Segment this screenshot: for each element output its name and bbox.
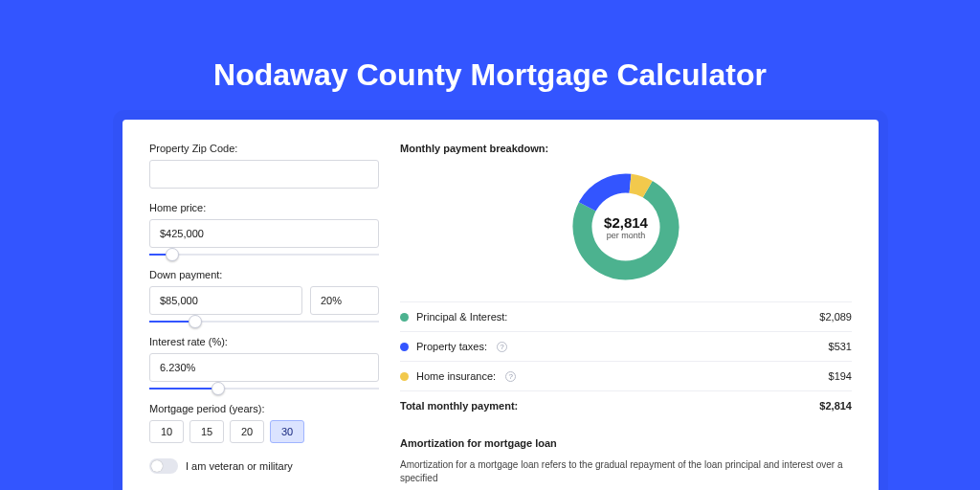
period-30-button[interactable]: 30: [270, 420, 304, 443]
amortization-body: Amortization for a mortgage loan refers …: [400, 458, 852, 485]
home-price-label: Home price:: [149, 202, 379, 213]
veteran-toggle[interactable]: [149, 458, 178, 474]
legend: Principal & Interest: $2,089 Property ta…: [400, 301, 852, 420]
amortization-title: Amortization for mortgage loan: [400, 437, 852, 449]
zip-label: Property Zip Code:: [149, 143, 379, 154]
zip-input[interactable]: [149, 160, 379, 189]
legend-row-total: Total monthly payment: $2,814: [400, 391, 852, 420]
calculator-card: Property Zip Code: Home price: Down paym…: [122, 120, 879, 490]
legend-row-tax: Property taxes: ? $531: [400, 332, 852, 362]
slider-thumb[interactable]: [166, 248, 179, 261]
interest-rate-field: Interest rate (%):: [149, 336, 379, 390]
legend-ins-label: Home insurance:: [416, 370, 496, 382]
down-payment-pct-input[interactable]: [310, 286, 379, 315]
veteran-row: I am veteran or military: [149, 458, 379, 474]
period-options: 10 15 20 30: [149, 420, 379, 443]
donut-chart-wrap: $2,814 per month: [400, 164, 852, 301]
legend-total-value: $2,814: [819, 400, 852, 412]
page-title: Nodaway County Mortgage Calculator: [0, 0, 980, 93]
legend-tax-label: Property taxes:: [416, 341, 487, 352]
down-payment-label: Down payment:: [149, 269, 379, 280]
home-price-slider[interactable]: [149, 254, 379, 256]
donut-amount: $2,814: [604, 214, 648, 231]
donut-chart: $2,814 per month: [568, 169, 683, 284]
amortization-section: Amortization for mortgage loan Amortizat…: [400, 437, 852, 485]
mortgage-period-field: Mortgage period (years): 10 15 20 30: [149, 403, 379, 443]
zip-field: Property Zip Code:: [149, 143, 379, 189]
legend-row-ins: Home insurance: ? $194: [400, 362, 852, 391]
form-column: Property Zip Code: Home price: Down paym…: [149, 143, 379, 490]
interest-rate-slider[interactable]: [149, 388, 379, 390]
home-price-input[interactable]: [149, 219, 379, 248]
info-icon[interactable]: ?: [497, 342, 507, 352]
mortgage-period-label: Mortgage period (years):: [149, 403, 379, 414]
down-payment-slider[interactable]: [149, 321, 379, 323]
down-payment-field: Down payment:: [149, 269, 379, 323]
home-price-field: Home price:: [149, 202, 379, 256]
interest-rate-input[interactable]: [149, 353, 379, 382]
legend-pi-value: $2,089: [819, 311, 852, 323]
info-icon[interactable]: ?: [505, 371, 516, 382]
slider-thumb[interactable]: [189, 315, 202, 328]
slider-thumb[interactable]: [212, 382, 225, 395]
down-payment-input[interactable]: [149, 286, 302, 315]
period-10-button[interactable]: 10: [149, 420, 184, 443]
veteran-label: I am veteran or military: [186, 460, 293, 472]
legend-total-label: Total monthly payment:: [400, 400, 518, 412]
breakdown-column: Monthly payment breakdown: $2,814 per mo…: [400, 143, 852, 490]
period-20-button[interactable]: 20: [230, 420, 264, 443]
dot-icon: [400, 313, 409, 322]
breakdown-title: Monthly payment breakdown:: [400, 143, 852, 154]
interest-rate-label: Interest rate (%):: [149, 336, 379, 347]
legend-pi-label: Principal & Interest:: [416, 311, 507, 323]
period-15-button[interactable]: 15: [189, 420, 224, 443]
dot-icon: [400, 372, 409, 381]
legend-ins-value: $194: [829, 370, 852, 382]
donut-sub: per month: [607, 231, 646, 240]
dot-icon: [400, 343, 409, 351]
legend-row-pi: Principal & Interest: $2,089: [400, 302, 852, 332]
legend-tax-value: $531: [829, 341, 852, 352]
